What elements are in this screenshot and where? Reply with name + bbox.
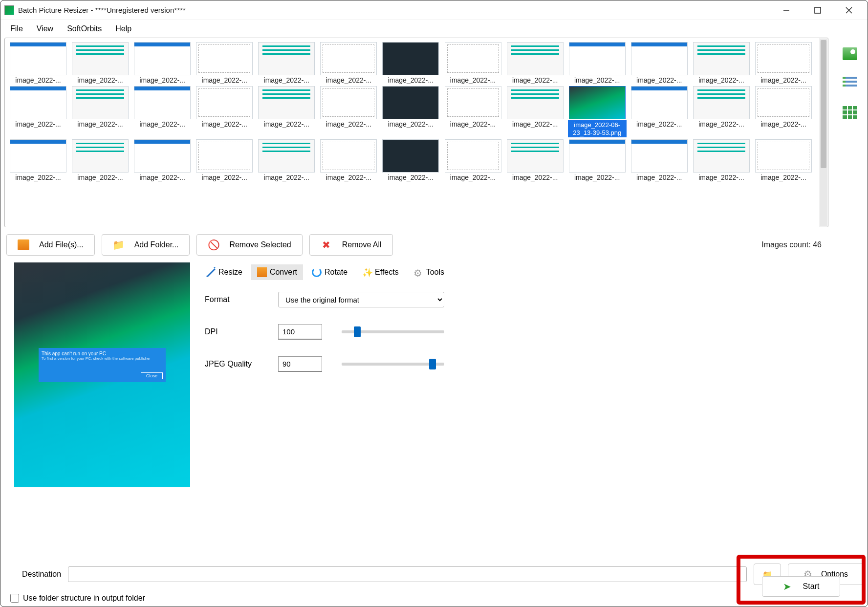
add-file-button[interactable]: Add File(s)... bbox=[6, 234, 95, 256]
thumbnail-label: image_2022-... bbox=[71, 120, 130, 128]
tab-rotate-label: Rotate bbox=[325, 268, 347, 277]
thumbnail-item[interactable]: image_2022-... bbox=[692, 86, 751, 137]
maximize-button[interactable] bbox=[808, 3, 827, 18]
thumbnail-item[interactable]: image_2022-... bbox=[9, 86, 67, 137]
jpeg-slider-knob[interactable] bbox=[429, 359, 436, 369]
tabs: Resize Convert Rotate ✨Effects ⚙Tools bbox=[200, 262, 828, 282]
tab-resize[interactable]: Resize bbox=[200, 264, 248, 280]
thumbnail-item[interactable]: image_2022-... bbox=[754, 139, 813, 181]
format-label: Format bbox=[205, 295, 259, 304]
thumbnail-item[interactable]: image_2022-... bbox=[630, 139, 689, 181]
tab-tools[interactable]: ⚙Tools bbox=[408, 264, 450, 280]
thumbnail-image bbox=[631, 139, 688, 173]
thumbnail-item[interactable]: image_2022-... bbox=[754, 42, 813, 84]
dpi-slider-knob[interactable] bbox=[354, 326, 361, 337]
thumbnail-item[interactable]: image_2022-... bbox=[133, 86, 192, 137]
thumbnail-item[interactable]: image_2022-... bbox=[133, 42, 192, 84]
thumbnail-image bbox=[693, 86, 750, 119]
thumbnail-item[interactable]: image_2022-... bbox=[257, 139, 316, 181]
start-label: Start bbox=[803, 582, 820, 591]
thumbnail-item[interactable]: image_2022-... bbox=[71, 139, 130, 181]
thumbnail-item[interactable]: image_2022-... bbox=[381, 86, 440, 137]
thumbnail-item[interactable]: image_2022-... bbox=[444, 42, 502, 84]
folder-structure-checkbox[interactable] bbox=[10, 594, 19, 603]
menu-softorbits[interactable]: SoftOrbits bbox=[61, 22, 108, 35]
thumbnail-item[interactable]: image_2022-... bbox=[9, 139, 67, 181]
thumbnail-item[interactable]: image_2022-... bbox=[71, 42, 130, 84]
thumbnail-item[interactable]: image_2022-06-23_13-39-53.png bbox=[568, 86, 627, 137]
view-thumbnails-button[interactable] bbox=[843, 47, 857, 60]
thumbnail-label: image_2022-... bbox=[319, 120, 378, 128]
menu-help[interactable]: Help bbox=[109, 22, 137, 35]
thumbnail-item[interactable]: image_2022-... bbox=[754, 86, 813, 137]
destination-input[interactable] bbox=[68, 566, 747, 582]
start-highlight: ➤ Start bbox=[737, 555, 866, 605]
svg-rect-1 bbox=[815, 7, 821, 13]
thumbnail-item[interactable]: image_2022-... bbox=[133, 139, 192, 181]
thumbnail-label: image_2022-... bbox=[754, 76, 813, 84]
thumbnail-item[interactable]: image_2022-... bbox=[506, 42, 564, 84]
tab-rotate[interactable]: Rotate bbox=[306, 264, 353, 280]
thumbnail-item[interactable]: image_2022-... bbox=[319, 86, 378, 137]
format-select[interactable]: Use the original format bbox=[278, 292, 444, 307]
jpeg-slider[interactable] bbox=[342, 363, 444, 366]
add-file-icon bbox=[18, 239, 29, 250]
thumbnail-label: image_2022-... bbox=[319, 76, 378, 84]
thumbnail-label: image_2022-... bbox=[381, 173, 440, 181]
thumbnail-item[interactable]: image_2022-... bbox=[444, 139, 502, 181]
thumbnail-item[interactable]: image_2022-... bbox=[9, 42, 67, 84]
remove-selected-button[interactable]: 🚫 Remove Selected bbox=[196, 234, 302, 256]
thumbnail-item[interactable]: image_2022-... bbox=[195, 42, 254, 84]
dpi-input[interactable] bbox=[278, 324, 322, 340]
thumbnail-item[interactable]: image_2022-... bbox=[630, 86, 689, 137]
thumbnail-label: image_2022-... bbox=[9, 173, 67, 181]
view-grid-button[interactable] bbox=[843, 106, 857, 119]
thumbnail-item[interactable]: image_2022-... bbox=[506, 139, 564, 181]
tab-effects[interactable]: ✨Effects bbox=[356, 264, 405, 280]
thumbnail-item[interactable]: image_2022-... bbox=[381, 139, 440, 181]
scrollbar-handle[interactable] bbox=[821, 40, 826, 168]
thumbnail-item[interactable]: image_2022-... bbox=[195, 139, 254, 181]
start-icon: ➤ bbox=[783, 581, 791, 592]
convert-icon bbox=[257, 267, 267, 277]
close-button[interactable] bbox=[839, 3, 859, 18]
thumbnail-item[interactable]: image_2022-... bbox=[257, 42, 316, 84]
thumbnail-item[interactable]: image_2022-... bbox=[692, 42, 751, 84]
thumbnail-image bbox=[196, 42, 253, 75]
thumbnail-item[interactable]: image_2022-... bbox=[568, 42, 627, 84]
thumbnail-item[interactable]: image_2022-... bbox=[195, 86, 254, 137]
dpi-slider[interactable] bbox=[342, 330, 444, 333]
thumbnail-image bbox=[569, 42, 626, 75]
thumbnail-label: image_2022-... bbox=[692, 173, 751, 181]
scrollbar[interactable] bbox=[819, 38, 828, 227]
thumbnail-item[interactable]: image_2022-... bbox=[71, 86, 130, 137]
menu-file[interactable]: File bbox=[4, 22, 29, 35]
thumbnail-item[interactable]: image_2022-... bbox=[319, 139, 378, 181]
minimize-button[interactable] bbox=[777, 3, 796, 18]
menu-view[interactable]: View bbox=[31, 22, 59, 35]
start-button[interactable]: ➤ Start bbox=[762, 576, 840, 597]
thumbnail-label: image_2022-... bbox=[71, 173, 130, 181]
thumbnail-item[interactable]: image_2022-... bbox=[692, 139, 751, 181]
dpi-label: DPI bbox=[205, 327, 259, 336]
thumbnail-image bbox=[445, 42, 501, 75]
thumbnail-item[interactable]: image_2022-... bbox=[444, 86, 502, 137]
thumbnail-label: image_2022-... bbox=[195, 76, 254, 84]
thumbnail-image bbox=[507, 139, 564, 173]
tab-convert[interactable]: Convert bbox=[251, 264, 303, 280]
thumbnail-item[interactable]: image_2022-... bbox=[381, 42, 440, 84]
thumbnail-item[interactable]: image_2022-... bbox=[630, 42, 689, 84]
jpeg-input[interactable] bbox=[278, 356, 322, 372]
thumbnail-image bbox=[569, 139, 626, 173]
view-list-button[interactable] bbox=[843, 77, 857, 89]
thumbnail-label: image_2022-... bbox=[506, 173, 564, 181]
thumbnail-item[interactable]: image_2022-... bbox=[319, 42, 378, 84]
thumbnail-grid[interactable]: image_2022-...image_2022-...image_2022-.… bbox=[5, 38, 819, 227]
add-folder-button[interactable]: 📁 Add Folder... bbox=[102, 234, 190, 256]
thumbnail-item[interactable]: image_2022-... bbox=[257, 86, 316, 137]
thumbnail-image bbox=[258, 86, 315, 119]
thumbnail-item[interactable]: image_2022-... bbox=[506, 86, 564, 137]
remove-all-button[interactable]: ✖ Remove All bbox=[309, 234, 393, 256]
thumbnail-item[interactable]: image_2022-... bbox=[568, 139, 627, 181]
thumbnail-image bbox=[755, 86, 812, 119]
